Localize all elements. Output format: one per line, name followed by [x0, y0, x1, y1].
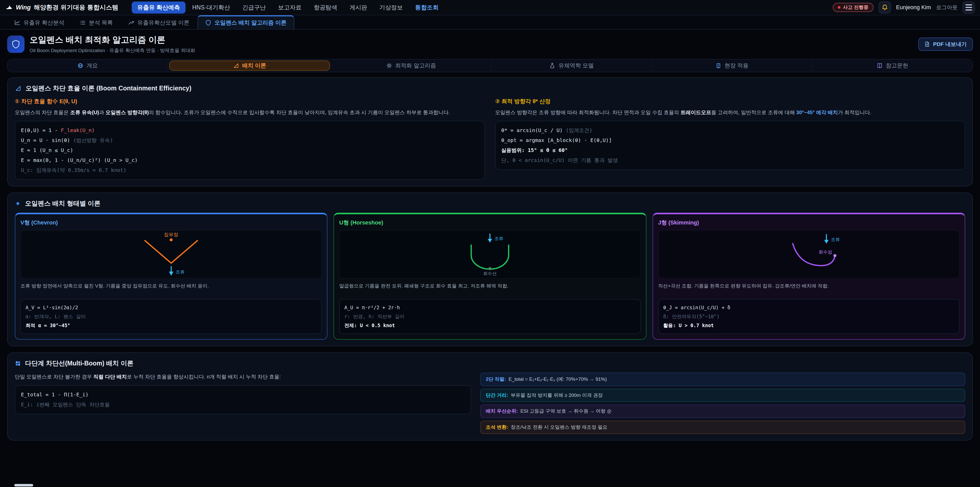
formula-text: θ* = arcsin(U_c / U) — [501, 127, 563, 133]
formula-line: E ≈ 1 (U_n ≤ U_c) — [21, 145, 479, 155]
boom-u-diagram: 조류 회수선 — [339, 230, 641, 279]
section-overview[interactable]: 개요 — [8, 59, 168, 72]
formula-comment: (법선방향 유속) — [70, 137, 113, 143]
boom-u-diagram-svg: 조류 회수선 — [340, 231, 640, 278]
formula-line-strong: 실용범위: 15° ≤ θ ≤ 60° — [501, 145, 959, 155]
nav-item-integrated-search[interactable]: 통합조회 — [409, 2, 444, 14]
note-stage-spacing: 단간 거리:부유물 집적 방지를 위해 ≥ 200m 이격 권장 — [480, 389, 965, 402]
nav-item-aerial-search[interactable]: 항공탐색 — [308, 2, 343, 14]
nav-item-hns-atmospheric[interactable]: HNS·대기확산 — [186, 2, 235, 14]
containment-efficiency-card: 오일펜스 차단 효율 이론 (Boom Containment Efficien… — [7, 77, 973, 187]
menu-button[interactable] — [963, 1, 975, 14]
text-run: 오일펜스의 차단 효율은 — [15, 110, 70, 115]
card-title-row: 오일펜스 배치 형태별 이론 — [15, 199, 965, 208]
card-title: 오일펜스 차단 효율 이론 (Boom Containment Efficien… — [25, 84, 191, 93]
main-content: 오일펜스 차단 효율 이론 (Boom Containment Efficien… — [0, 72, 980, 461]
note-label: 단간 거리: — [486, 393, 508, 398]
multi-boom-left: 단일 오일펜스로 차단 불가한 경우 직렬 다단 배치로 누적 차단 효율을 향… — [15, 373, 471, 414]
section-label: 최적화 알고리즘 — [395, 62, 436, 69]
incident-status-label: 사고 진행중 — [843, 4, 869, 11]
list-icon — [80, 20, 86, 26]
multi-boom-formula-block: E_total = 1 - Π(1-E_i) E_i: i번째 오일펜스 단독 … — [15, 385, 471, 414]
boom-v-diagram-svg: 집유점 조류 — [21, 231, 321, 278]
logout-button[interactable]: 로그아웃 — [936, 4, 958, 11]
note-text: ESI 고등급 구역 보호 → 취수원 → 어항 순 — [520, 408, 612, 414]
top-navigation-bar: Wing 해양환경 위기대응 통합시스템 유출유 확산예측 HNS·대기확산 긴… — [0, 0, 980, 15]
card-title: 오일펜스 배치 형태별 이론 — [25, 199, 100, 208]
line-chart-icon — [14, 20, 21, 26]
optimal-angle-paragraph: 오일펜스 방향각은 조류 방향에 따라 최적화됩니다. 차단 면적과 오일 수집… — [495, 108, 965, 117]
topbar-right: 사고 진행중 Eunjeong Kim 로그아웃 — [833, 1, 975, 14]
boom-v-formula-block: A_V = L²·sin(2α)/2 α: 반개각, L: 펜스 길이 최적 α… — [21, 299, 322, 334]
boom-type-name: V형 (Chevron) — [21, 219, 322, 227]
multi-boom-columns: 단일 오일펜스로 차단 불가한 경우 직렬 다단 배치로 누적 차단 효율을 향… — [15, 373, 965, 434]
user-name[interactable]: Eunjeong Kim — [896, 4, 931, 11]
formula-comment: δ: 안전여유각(5°~10°) — [663, 312, 955, 321]
boom-j-formula-block: θ_J = arcsin(U_c/U) + δ δ: 안전여유각(5°~10°)… — [658, 299, 959, 334]
formula-comment: α: 반개각, L: 펜스 길이 — [25, 312, 317, 321]
formula-line-strong: 활용: U > 0.7 knot — [663, 321, 955, 330]
formula-line: E_total = 1 - Π(1-E_i) — [21, 390, 465, 400]
note-tidal-change: 조석 변환:창조/낙조 전환 시 오일펜스 방향 재조정 필요 — [480, 421, 965, 434]
note-text: 부유물 집적 방지를 위해 ≥ 200m 이격 권장 — [511, 393, 603, 398]
tab-boom-deployment-theory[interactable]: 오일펜스 배치 알고리즘 이론 — [197, 15, 294, 29]
note-label: 배치 우선순위: — [486, 408, 518, 414]
brand-logo-text: Wing — [16, 4, 30, 11]
boom-u-formula-block: A_U = π·r²/2 + 2r·h r: 반경, h: 직선부 길이 전제:… — [339, 299, 641, 334]
boom-type-name: J형 (Skimming) — [658, 219, 959, 227]
document-icon — [924, 42, 930, 47]
nav-item-board[interactable]: 게시판 — [344, 2, 372, 14]
section-deployment-theory[interactable]: 배치 이론 — [169, 61, 330, 71]
nav-item-weather[interactable]: 기상정보 — [374, 2, 408, 14]
nav-item-oil-spill-prediction[interactable]: 유출유 확산예측 — [132, 2, 186, 14]
section-label: 유체역학 모델 — [558, 62, 593, 69]
v-boom-shape — [145, 241, 197, 263]
text-run: 를 고려하여, 일반적으로 조류에 대해 — [711, 110, 796, 115]
section-label: 참고문헌 — [886, 62, 908, 69]
efficiency-columns: ① 차단 효율 함수 E(θ, U) 오일펜스의 차단 효율은 조류 유속(U)… — [15, 97, 965, 180]
tab-diffusion-model-theory[interactable]: 유출유확산모델 이론 — [121, 15, 197, 29]
formula-comment: 단, θ < arcsin(U_c/U) 이면 기름 통과 발생 — [501, 155, 959, 165]
brand[interactable]: Wing 해양환경 위기대응 통합시스템 — [5, 3, 118, 11]
boom-card-u-horseshoe: U형 (Horseshoe) 조류 회수선 말굽형으로 기름을 완전 포위. 폐… — [334, 213, 646, 340]
section-optimization-algorithm[interactable]: 최적화 알고리즘 — [331, 59, 492, 72]
note-deployment-priority: 배치 우선순위:ESI 고등급 구역 보호 → 취수원 → 어항 순 — [480, 404, 965, 418]
formula-line: E = max(0, 1 - (U_n/U_c)²) (U_n > U_c) — [21, 155, 479, 165]
tab-label: 유출유확산모델 이론 — [137, 19, 189, 27]
nav-item-reports[interactable]: 보고자료 — [272, 2, 307, 14]
card-title: 다단계 차단선(Multi-Boom) 배치 이론 — [25, 359, 134, 367]
formula-comment: E_i: i번째 오일펜스 단독 차단효율 — [21, 400, 465, 410]
section-segmented-bar: 개요 배치 이론 최적화 알고리즘 유체역학 모델 — [7, 59, 973, 72]
recovery-point-label: 회수점 — [819, 249, 832, 255]
section-references[interactable]: 참고문헌 — [812, 59, 972, 72]
current-arrowhead-icon — [488, 239, 492, 243]
trend-up-icon — [128, 20, 134, 26]
emphasis-serial-deployment: 직렬 다단 배치 — [94, 374, 127, 380]
flask-icon — [549, 62, 555, 69]
set-square-icon — [233, 62, 239, 69]
page-subtitle: Oil Boom Deployment Optimization · 유출유 확… — [30, 47, 195, 54]
tab-analysis-list[interactable]: 분석 목록 — [73, 15, 120, 29]
section-hydrodynamics-model[interactable]: 유체역학 모델 — [492, 59, 652, 72]
note-label: 2단 직렬: — [486, 377, 506, 382]
current-label: 조류 — [495, 236, 504, 241]
shield-icon — [11, 40, 21, 49]
boom-grid: V형 (Chevron) 집유점 조류 조류 방향 정면에서 양측으로 펼친 V… — [15, 213, 965, 340]
recovery-line-label: 회수선 — [484, 271, 497, 276]
notifications-button[interactable] — [879, 1, 891, 14]
boom-v-diagram: 집유점 조류 — [21, 230, 322, 279]
tab-oil-spill-analysis[interactable]: 유출유 확산분석 — [7, 15, 72, 29]
boom-layout-types-card: 오일펜스 배치 형태별 이론 V형 (Chevron) 집유점 조류 — [7, 193, 973, 346]
nav-item-emergency-rescue[interactable]: 긴급구난 — [237, 2, 271, 14]
section-field-application[interactable]: 현장 적용 — [652, 59, 813, 72]
incident-status-badge[interactable]: 사고 진행중 — [833, 3, 873, 12]
main-nav: 유출유 확산예측 HNS·대기확산 긴급구난 보고자료 항공탐색 게시판 기상정… — [132, 2, 444, 14]
diamond-icon — [15, 200, 21, 207]
pdf-export-button[interactable]: PDF 내보내기 — [918, 38, 973, 51]
text-run: 가 최적입니다. — [838, 110, 871, 115]
formula-comment: r: 반경, h: 직선부 길이 — [344, 312, 635, 321]
horizontal-scrollbar-thumb[interactable] — [14, 484, 33, 487]
gear-icon — [386, 62, 392, 69]
recovery-line-dot — [488, 267, 492, 270]
tab-label: 오일펜스 배치 알고리즘 이론 — [215, 19, 286, 27]
